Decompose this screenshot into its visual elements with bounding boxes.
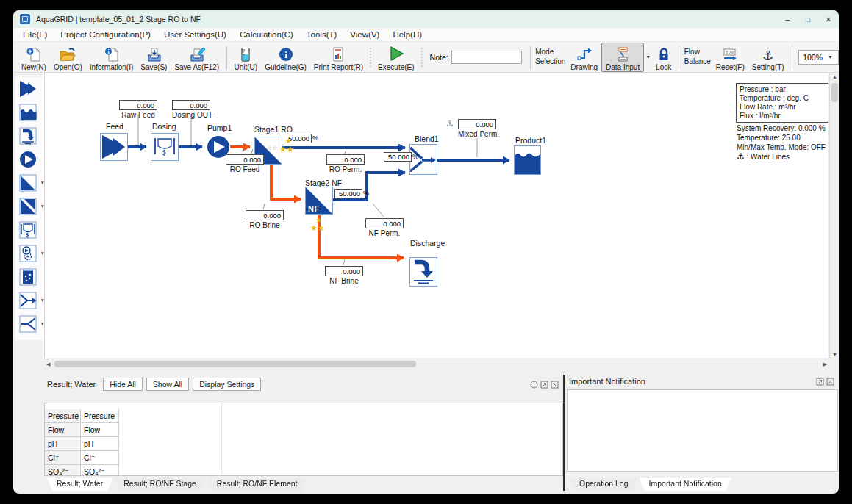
- tab-result-ro-nf-stage[interactable]: Result; RO/NF Stage: [114, 478, 206, 491]
- discharge-label: Discharge: [410, 239, 445, 248]
- zoom-dropdown-arrow: ▼: [828, 54, 833, 60]
- note-input[interactable]: [451, 51, 522, 64]
- scroll-left-arrow[interactable]: ◀: [46, 361, 50, 367]
- table-row[interactable]: Cl⁻Cl⁻: [45, 451, 119, 465]
- tab-result-ro-nf-element[interactable]: Result; RO/NF Element: [207, 478, 307, 491]
- lock-button[interactable]: Lock: [652, 43, 675, 71]
- palette-pump-tool[interactable]: [17, 149, 39, 170]
- execute-button[interactable]: Execute(E): [374, 43, 418, 71]
- panel-splitter[interactable]: [563, 375, 565, 491]
- horizontal-scroll-thumb[interactable]: [54, 361, 416, 367]
- scroll-down-arrow[interactable]: ▼: [832, 352, 837, 357]
- data-input-dropdown-arrow[interactable]: ▼: [645, 54, 651, 60]
- ro-perm-value-box[interactable]: 0.000 RO Perm.: [326, 154, 365, 173]
- beaker-icon: [238, 46, 253, 62]
- palette-blend-tool[interactable]: ▼: [17, 290, 39, 311]
- menu-view[interactable]: View(V): [343, 30, 386, 39]
- canvas-horizontal-scrollbar[interactable]: ◀ ▶: [44, 359, 829, 368]
- open-button[interactable]: Open(O): [50, 43, 86, 71]
- show-all-button[interactable]: Show All: [146, 378, 189, 391]
- minmax-temp-mode-text: Min/Max Temp. Mode: OFF: [737, 143, 826, 152]
- unit-button[interactable]: Unit(U): [230, 43, 261, 71]
- table-row[interactable]: SO₄²⁻SO₄²⁻: [45, 465, 119, 476]
- legend-flux: Flux : l/m²/hr: [740, 112, 825, 120]
- palette-ro-membrane-tool[interactable]: ▼: [17, 173, 39, 193]
- mixed-perm-value-box[interactable]: 0.000 Mixed Perm.: [458, 119, 499, 138]
- palette-nf-membrane-tool[interactable]: ▼: [17, 196, 39, 217]
- menu-file[interactable]: File(F): [16, 30, 54, 39]
- drawing-button[interactable]: Drawing: [567, 43, 601, 71]
- data-input-button[interactable]: Data Input: [601, 43, 644, 72]
- dosing-element[interactable]: [151, 133, 179, 161]
- setting-button[interactable]: ⚓ Setting(T): [748, 43, 788, 71]
- display-settings-button[interactable]: Display Settings: [193, 378, 261, 391]
- hide-all-button[interactable]: Hide All: [103, 378, 143, 391]
- feed-element[interactable]: [100, 133, 128, 161]
- panel-float-icon[interactable]: [540, 381, 548, 389]
- nf-perm-value-box[interactable]: 0.000 NF Perm.: [365, 218, 404, 237]
- raw-feed-value-box[interactable]: 0.000 Raw Feed: [119, 100, 157, 119]
- reset-button[interactable]: 12 Reset(F): [712, 43, 748, 71]
- save-button[interactable]: Save(S): [137, 43, 171, 71]
- ro-brine-value-box[interactable]: 0.000 RO Brine: [246, 210, 284, 229]
- palette-feed-tool[interactable]: [17, 79, 39, 99]
- flow-balance-label[interactable]: Flow Balance: [684, 48, 711, 66]
- print-report-button[interactable]: Print Report(R): [310, 43, 367, 71]
- palette-discharge-tool[interactable]: [17, 126, 39, 146]
- stage1-ro-label: Stage1 RO: [254, 125, 293, 134]
- tab-result-water[interactable]: Result; Water: [47, 478, 112, 491]
- palette-dosing-tool[interactable]: [17, 220, 39, 240]
- units-legend-box: Pressure : bar Temperature : deg. C Flow…: [736, 83, 828, 123]
- panel-close-icon[interactable]: [826, 378, 834, 386]
- information-button[interactable]: i Information(I): [86, 43, 137, 71]
- zoom-level-select[interactable]: 100% ▼: [798, 50, 839, 65]
- tab-operation-log[interactable]: Operation Log: [570, 478, 638, 491]
- close-button[interactable]: ✕: [818, 10, 839, 28]
- print-report-icon: [331, 46, 346, 62]
- scroll-right-arrow[interactable]: ▶: [823, 361, 827, 367]
- palette-chemical-tank-tool[interactable]: [17, 267, 39, 287]
- menu-tools[interactable]: Tools(T): [300, 30, 344, 39]
- results-panel-header: Result; Water Hide All Show All Display …: [44, 373, 563, 395]
- maximize-button[interactable]: □: [798, 10, 818, 28]
- flowsheet-canvas[interactable]: Feed Dosing Pump1 Stage1 RO 50.000 % ☆☆ …: [44, 73, 828, 358]
- menu-calculation[interactable]: Calculation(C): [233, 30, 300, 39]
- ro-feed-value-box[interactable]: 0.000 RO Feed: [226, 154, 264, 173]
- nf-brine-value-box[interactable]: 0.000 NF Brine: [325, 266, 363, 285]
- results-table: PressurePressure FlowFlow pHpH Cl⁻Cl⁻ SO…: [45, 409, 119, 476]
- product1-element[interactable]: [514, 145, 541, 175]
- menu-bar: File(F) Project Configuration(P) User Se…: [13, 28, 839, 42]
- table-row[interactable]: FlowFlow: [45, 423, 119, 437]
- panel-pin-icon[interactable]: [530, 381, 538, 389]
- reset-icon: 12: [721, 46, 739, 62]
- save-as-button[interactable]: Save As(F12): [171, 43, 223, 71]
- mode-selection-label[interactable]: Mode Selection: [535, 48, 565, 66]
- menu-project-configuration[interactable]: Project Configuration(P): [54, 30, 157, 39]
- table-row[interactable]: PressurePressure: [45, 409, 119, 423]
- minimize-button[interactable]: –: [777, 10, 798, 28]
- feed-funnel-icon: [101, 134, 127, 160]
- scroll-up-arrow[interactable]: ▲: [832, 74, 837, 79]
- stage2-nf-element[interactable]: NF: [305, 187, 333, 215]
- palette-split-tool[interactable]: ▼: [17, 314, 39, 334]
- canvas-vertical-scrollbar[interactable]: ▲ ▼: [829, 73, 839, 359]
- menu-user-settings[interactable]: User Settings(U): [157, 30, 233, 39]
- panel-float-icon[interactable]: [816, 378, 824, 386]
- palette-pump-unit-tool[interactable]: ▼: [17, 243, 39, 264]
- palette-tank-tool[interactable]: [17, 102, 39, 123]
- vertical-scroll-thumb[interactable]: [831, 83, 838, 102]
- dosing-out-value-box[interactable]: 0.000 Dosing OUT: [172, 100, 212, 119]
- menu-help[interactable]: Help(H): [386, 30, 429, 39]
- mixed-perm-anchor-icon: ⚓: [446, 120, 454, 128]
- table-row[interactable]: pHpH: [45, 437, 119, 451]
- stage1-gold-stars-icon: ★★: [279, 145, 294, 154]
- tab-important-notification[interactable]: Important Notification: [640, 478, 731, 491]
- discharge-element[interactable]: [409, 257, 437, 287]
- guideline-button[interactable]: i Guideline(G): [261, 43, 310, 71]
- panel-close-icon[interactable]: [551, 381, 559, 389]
- save-as-icon: [188, 46, 206, 62]
- notification-content: [567, 389, 838, 472]
- nf-text: NF: [308, 204, 320, 213]
- new-button[interactable]: New(N): [18, 43, 50, 71]
- blend-recovery-box[interactable]: 50.000 %: [384, 152, 418, 162]
